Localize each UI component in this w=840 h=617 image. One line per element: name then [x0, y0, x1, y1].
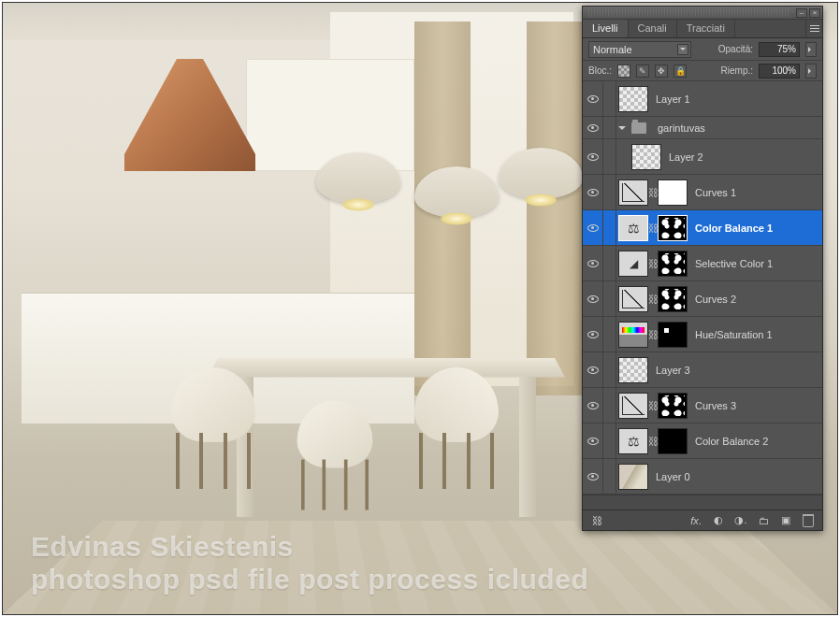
- layers-list: Layer 1garintuvasLayer 2⛓Curves 1⛓Color …: [583, 81, 822, 495]
- new-group-button[interactable]: 🗀: [757, 514, 770, 527]
- add-mask-button[interactable]: ◐: [712, 514, 725, 527]
- mask-thumb[interactable]: [658, 322, 688, 348]
- visibility-toggle[interactable]: [583, 175, 603, 209]
- add-adjustment-button[interactable]: ◑.: [734, 514, 747, 527]
- mask-link-icon[interactable]: ⛓: [648, 436, 656, 447]
- mask-thumb[interactable]: [658, 286, 688, 312]
- tab-layers[interactable]: Livelli: [583, 20, 629, 37]
- link-column: [603, 352, 616, 387]
- visibility-toggle[interactable]: [583, 352, 603, 387]
- eye-icon: [587, 366, 599, 374]
- lock-pixels-button[interactable]: ✎: [636, 65, 649, 78]
- panel-tabs: Livelli Canali Tracciati: [583, 20, 822, 38]
- layer-row[interactable]: ⛓Hue/Saturation 1: [583, 317, 822, 352]
- layer-name[interactable]: Curves 1: [695, 187, 822, 198]
- layer-row[interactable]: ⛓Selective Color 1: [583, 246, 822, 281]
- fx-button[interactable]: fx.: [689, 514, 702, 527]
- layer-row[interactable]: ⛓Curves 3: [583, 388, 822, 423]
- layer-name[interactable]: Curves 3: [695, 400, 822, 411]
- layer-name[interactable]: Layer 1: [656, 93, 822, 105]
- layer-thumb[interactable]: [618, 357, 648, 383]
- visibility-toggle[interactable]: [583, 423, 603, 458]
- mask-link-icon[interactable]: ⛓: [648, 187, 656, 198]
- adjustment-thumb[interactable]: [618, 286, 648, 312]
- mask-link-icon[interactable]: ⛓: [648, 329, 656, 340]
- mask-thumb[interactable]: [658, 215, 688, 241]
- layer-thumb[interactable]: [618, 86, 648, 112]
- dropdown-icon: [677, 44, 688, 55]
- layer-row[interactable]: Layer 2: [583, 139, 822, 175]
- adjustment-thumb[interactable]: [618, 322, 648, 348]
- mask-thumb[interactable]: [658, 393, 688, 419]
- blend-mode-select[interactable]: Normale: [588, 41, 691, 58]
- layer-name[interactable]: Color Balance 1: [695, 222, 822, 234]
- layer-name[interactable]: Layer 3: [656, 365, 822, 376]
- panel-menu-button[interactable]: [805, 20, 822, 37]
- layer-row[interactable]: ⛓Color Balance 1: [583, 210, 822, 246]
- layer-name[interactable]: Layer 2: [669, 151, 822, 163]
- eye-icon: [587, 331, 599, 338]
- mask-thumb[interactable]: [658, 251, 688, 277]
- adjustment-thumb[interactable]: [618, 251, 648, 277]
- visibility-toggle[interactable]: [583, 117, 603, 138]
- delete-layer-button[interactable]: [802, 514, 815, 527]
- layer-name[interactable]: Hue/Saturation 1: [695, 329, 822, 340]
- layer-name[interactable]: garintuvas: [658, 122, 822, 134]
- fill-input[interactable]: 100%: [759, 64, 800, 79]
- mask-link-icon[interactable]: ⛓: [648, 400, 656, 411]
- layer-name[interactable]: Curves 2: [695, 294, 822, 305]
- opacity-flyout-button[interactable]: [805, 42, 817, 57]
- lock-position-button[interactable]: ✥: [655, 65, 668, 78]
- group-toggle[interactable]: [616, 122, 628, 134]
- layer-name[interactable]: Layer 0: [656, 471, 822, 482]
- visibility-toggle[interactable]: [583, 210, 603, 245]
- visibility-toggle[interactable]: [583, 281, 603, 316]
- visibility-toggle[interactable]: [583, 388, 603, 423]
- mask-link-icon[interactable]: ⛓: [648, 294, 656, 305]
- link-column: [603, 175, 616, 209]
- mask-link-icon[interactable]: ⛓: [648, 222, 656, 234]
- new-layer-button[interactable]: ▣: [779, 514, 792, 527]
- lock-fill-row: Bloc.: ✎ ✥ 🔒 Riemp.: 100%: [583, 61, 822, 81]
- chair: [289, 384, 382, 510]
- lock-all-button[interactable]: 🔒: [673, 65, 687, 78]
- copper-hood: [124, 59, 255, 171]
- layer-row[interactable]: ⛓Curves 1: [583, 175, 822, 210]
- mask-thumb[interactable]: [658, 179, 688, 206]
- eye-icon: [587, 295, 599, 303]
- visibility-toggle[interactable]: [583, 139, 603, 174]
- tab-channels[interactable]: Canali: [629, 20, 677, 37]
- opacity-input[interactable]: 75%: [759, 42, 800, 57]
- credit-text: Edvinas Skiestenis photoshop psd file po…: [31, 531, 588, 595]
- visibility-toggle[interactable]: [583, 246, 603, 280]
- layer-thumb[interactable]: [618, 464, 648, 490]
- eye-icon: [587, 153, 599, 161]
- grip-icon[interactable]: [588, 9, 790, 17]
- layer-thumb[interactable]: [631, 144, 661, 170]
- adjustment-thumb[interactable]: [618, 215, 648, 241]
- layer-name[interactable]: Color Balance 2: [695, 436, 822, 447]
- adjustment-thumb[interactable]: [618, 428, 648, 454]
- close-button[interactable]: ×: [809, 8, 820, 18]
- visibility-toggle[interactable]: [583, 459, 603, 494]
- adjustment-thumb[interactable]: [618, 393, 648, 419]
- layer-row[interactable]: Layer 0: [583, 459, 822, 495]
- visibility-toggle[interactable]: [583, 81, 603, 116]
- layer-row[interactable]: Layer 3: [583, 352, 822, 388]
- layer-row[interactable]: ⛓Color Balance 2: [583, 423, 822, 459]
- mask-thumb[interactable]: [658, 428, 688, 454]
- eye-icon: [587, 473, 599, 481]
- visibility-toggle[interactable]: [583, 317, 603, 352]
- mask-link-icon[interactable]: ⛓: [648, 258, 656, 269]
- layer-row[interactable]: Layer 1: [583, 81, 822, 117]
- tab-paths[interactable]: Tracciati: [677, 20, 735, 37]
- layer-row[interactable]: garintuvas: [583, 117, 822, 139]
- lock-transparent-button[interactable]: [617, 65, 630, 78]
- minimize-button[interactable]: –: [796, 8, 807, 18]
- layer-name[interactable]: Selective Color 1: [695, 258, 822, 269]
- adjustment-thumb[interactable]: [618, 179, 648, 206]
- layer-row[interactable]: ⛓Curves 2: [583, 281, 822, 317]
- link-layers-button[interactable]: ⛓: [590, 514, 603, 527]
- panel-titlebar[interactable]: – ×: [583, 7, 822, 20]
- fill-flyout-button[interactable]: [805, 64, 817, 79]
